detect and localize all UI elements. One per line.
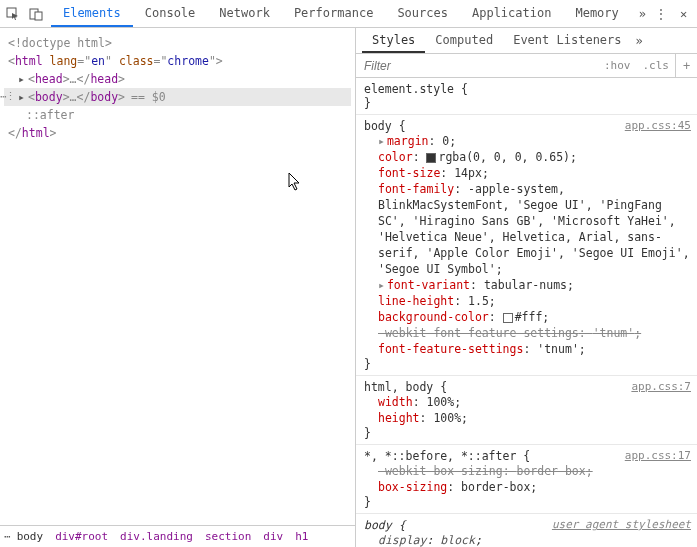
style-rule[interactable]: app.css:45body {▸margin: 0;color: rgba(0… (356, 115, 697, 376)
tabs-overflow-icon[interactable]: » (639, 7, 646, 21)
inspect-icon[interactable] (6, 6, 20, 22)
styles-tab-styles[interactable]: Styles (362, 28, 425, 53)
tab-performance[interactable]: Performance (282, 0, 385, 27)
styles-tab-computed[interactable]: Computed (425, 28, 503, 53)
tab-sources[interactable]: Sources (385, 0, 460, 27)
crumb-h1[interactable]: h1 (289, 530, 314, 543)
tab-memory[interactable]: Memory (563, 0, 630, 27)
crumb-div-landing[interactable]: div.landing (114, 530, 199, 543)
color-swatch[interactable] (503, 313, 513, 323)
style-rules: element.style {}app.css:45body {▸margin:… (356, 78, 697, 547)
rule-source-link[interactable]: user agent stylesheet (552, 518, 691, 531)
styles-tab-event-listeners[interactable]: Event Listeners (503, 28, 631, 53)
style-rule[interactable]: app.css:7html, body {width: 100%;height:… (356, 376, 697, 445)
rule-source-link[interactable]: app.css:7 (631, 380, 691, 393)
main-tabs: ElementsConsoleNetworkPerformanceSources… (51, 0, 631, 27)
device-toggle-icon[interactable] (28, 6, 42, 22)
crumbs-overflow-icon[interactable]: ⋯ (4, 530, 11, 543)
new-rule-button[interactable]: + (675, 54, 697, 77)
tree-body-selected[interactable]: ▸<body>…</body>== $0 (4, 88, 351, 106)
styles-filter-input[interactable] (356, 59, 598, 73)
tab-elements[interactable]: Elements (51, 0, 133, 27)
color-swatch[interactable] (426, 153, 436, 163)
tree-html-close[interactable]: </html> (4, 124, 351, 142)
svg-rect-2 (35, 12, 42, 20)
dom-tree[interactable]: <!doctype html> <html lang="en" class="c… (0, 28, 355, 525)
tab-application[interactable]: Application (460, 0, 563, 27)
tree-head[interactable]: ▸<head>…</head> (4, 70, 351, 88)
pseudo-after: ::after (8, 108, 74, 122)
crumb-div-root[interactable]: div#root (49, 530, 114, 543)
crumb-div[interactable]: div (257, 530, 289, 543)
tab-console[interactable]: Console (133, 0, 208, 27)
kebab-menu-icon[interactable]: ⋮ (654, 6, 668, 22)
breadcrumb: ⋯ bodydiv#rootdiv.landingsectiondivh1 (0, 525, 355, 547)
styles-tabs-overflow-icon[interactable]: » (636, 34, 643, 48)
style-rule[interactable]: element.style {} (356, 78, 697, 115)
style-rule[interactable]: user agent stylesheetbody {display: bloc… (356, 514, 697, 547)
style-rule[interactable]: app.css:17*, *::before, *::after {-webki… (356, 445, 697, 514)
tree-html-open[interactable]: <html lang="en" class="chrome"> (4, 52, 351, 70)
styles-tabs: StylesComputedEvent Listeners» (356, 28, 697, 54)
crumb-body[interactable]: body (11, 530, 50, 543)
hov-toggle[interactable]: :hov (598, 59, 637, 72)
cls-toggle[interactable]: .cls (637, 59, 676, 72)
rule-source-link[interactable]: app.css:45 (625, 119, 691, 132)
close-icon[interactable]: ✕ (677, 6, 691, 22)
doctype: <!doctype html> (8, 36, 112, 50)
crumb-section[interactable]: section (199, 530, 257, 543)
rule-source-link[interactable]: app.css:17 (625, 449, 691, 462)
tab-network[interactable]: Network (207, 0, 282, 27)
